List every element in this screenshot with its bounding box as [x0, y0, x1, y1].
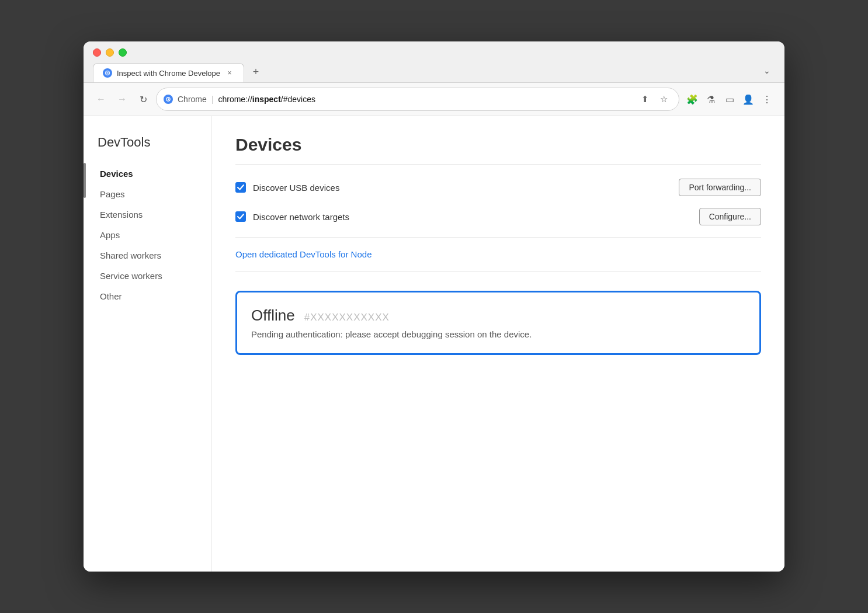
scroll-indicator — [84, 163, 86, 198]
page-content: DevTools Devices Pages Extensions Apps S… — [84, 116, 784, 572]
sidebar-item-devices[interactable]: Devices — [93, 164, 202, 183]
sidebar-item-service-workers[interactable]: Service workers — [93, 266, 202, 285]
minimize-button[interactable] — [106, 48, 114, 57]
nav-bar: ← → ↻ Chrome | chrome://inspect/#devices… — [84, 83, 784, 116]
sidebar: DevTools Devices Pages Extensions Apps S… — [84, 116, 212, 572]
sidebar-item-extensions[interactable]: Extensions — [93, 205, 202, 224]
title-bar: Inspect with Chrome Develope × + ⌄ — [84, 41, 784, 83]
address-url: chrome://inspect/#devices — [218, 95, 315, 104]
usb-devices-option-left: Discover USB devices — [235, 182, 339, 193]
back-button[interactable]: ← — [93, 91, 109, 107]
forward-button[interactable]: → — [114, 91, 130, 107]
tab-overflow-button[interactable]: ⌄ — [759, 62, 775, 79]
share-button[interactable]: ⬆ — [637, 91, 653, 107]
address-favicon — [164, 95, 173, 104]
extensions-button[interactable]: 🧩 — [684, 91, 700, 107]
separator-2 — [235, 271, 761, 272]
sidebar-item-other[interactable]: Other — [93, 287, 202, 306]
main-area: Devices Discover USB devices Port forwar… — [212, 116, 784, 572]
tab-favicon — [103, 68, 112, 78]
close-button[interactable] — [93, 48, 101, 57]
tab-bar-right: ⌄ — [759, 62, 775, 82]
labs-button[interactable]: ⚗ — [703, 91, 719, 107]
sidebar-item-apps[interactable]: Apps — [93, 225, 202, 245]
menu-button[interactable]: ⋮ — [759, 91, 775, 107]
browser-window: Inspect with Chrome Develope × + ⌄ ← → ↻… — [84, 41, 784, 572]
address-url-bold: inspect — [252, 95, 281, 104]
tab-title: Inspect with Chrome Develope — [117, 69, 220, 78]
device-card-header: Offline #XXXXXXXXXXX — [251, 306, 745, 325]
address-chrome-label: Chrome — [178, 95, 207, 104]
device-message: Pending authentication: please accept de… — [251, 329, 745, 339]
network-targets-option-row: Discover network targets Configure... — [235, 208, 761, 225]
device-status: Offline — [251, 306, 295, 325]
sidebar-toggle-button[interactable]: ▭ — [721, 91, 738, 107]
device-card: Offline #XXXXXXXXXXX Pending authenticat… — [235, 291, 761, 355]
nav-right-actions: 🧩 ⚗ ▭ 👤 ⋮ — [684, 91, 775, 107]
devtools-node-link[interactable]: Open dedicated DevTools for Node — [235, 249, 371, 259]
sidebar-item-shared-workers[interactable]: Shared workers — [93, 246, 202, 265]
maximize-button[interactable] — [119, 48, 127, 57]
sidebar-item-pages[interactable]: Pages — [93, 184, 202, 204]
configure-button[interactable]: Configure... — [699, 208, 761, 225]
new-tab-button[interactable]: + — [246, 62, 265, 81]
refresh-button[interactable]: ↻ — [135, 91, 151, 107]
traffic-lights — [93, 48, 775, 57]
separator-1 — [235, 237, 761, 238]
page-title: Devices — [235, 135, 761, 165]
address-bar[interactable]: Chrome | chrome://inspect/#devices ⬆ ☆ — [156, 88, 679, 111]
tab-bar: Inspect with Chrome Develope × + ⌄ — [93, 62, 775, 82]
usb-devices-label: Discover USB devices — [253, 183, 339, 193]
network-targets-checkbox[interactable] — [235, 211, 246, 222]
tab-close-button[interactable]: × — [225, 68, 234, 78]
active-tab[interactable]: Inspect with Chrome Develope × — [93, 63, 244, 82]
sidebar-nav: Devices Pages Extensions Apps Shared wor… — [93, 164, 202, 306]
address-separator: | — [211, 95, 214, 104]
options-section: Discover USB devices Port forwarding... … — [235, 179, 761, 225]
port-forwarding-button[interactable]: Port forwarding... — [679, 179, 761, 196]
bookmark-button[interactable]: ☆ — [655, 91, 672, 107]
usb-devices-checkbox[interactable] — [235, 182, 246, 193]
address-actions: ⬆ ☆ — [637, 91, 672, 107]
network-targets-label: Discover network targets — [253, 212, 349, 222]
sidebar-title: DevTools — [93, 135, 202, 150]
network-targets-option-left: Discover network targets — [235, 211, 349, 222]
usb-devices-option-row: Discover USB devices Port forwarding... — [235, 179, 761, 196]
device-serial: #XXXXXXXXXXX — [304, 312, 390, 323]
profile-button[interactable]: 👤 — [740, 91, 756, 107]
